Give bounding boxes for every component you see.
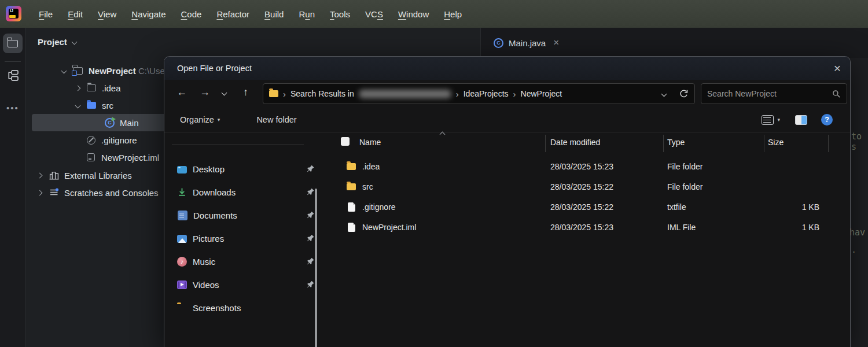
menu-code[interactable]: Code <box>174 9 209 19</box>
tab-close-icon[interactable]: × <box>553 37 559 49</box>
column-separator[interactable] <box>663 135 664 152</box>
column-header-size[interactable]: Size <box>768 138 784 147</box>
open-file-dialog: Open File or Project × ← → ↑ › Search Re… <box>164 56 851 347</box>
breadcrumb-newproject[interactable]: NewProject <box>521 89 562 98</box>
sidebar-item-videos[interactable]: Videos <box>177 273 315 296</box>
menu-run[interactable]: Run <box>291 9 322 19</box>
column-separator[interactable] <box>545 135 546 152</box>
chevron-right-icon[interactable] <box>37 190 43 195</box>
project-folder-icon <box>8 40 18 47</box>
help-button[interactable]: ? <box>821 114 833 125</box>
editor-tab-bar: C Main.java × <box>480 28 868 58</box>
column-separator[interactable] <box>764 135 764 152</box>
music-icon: ♪ <box>177 257 187 267</box>
pin-icon[interactable] <box>307 165 315 173</box>
file-type: txtfile <box>667 197 686 217</box>
chevron-right-icon[interactable] <box>75 85 81 91</box>
sidebar-item-documents[interactable]: Documents <box>177 204 315 227</box>
new-folder-button[interactable]: New folder <box>256 115 296 124</box>
menu-vcs[interactable]: VCS <box>358 9 391 19</box>
sidebar-label: Videos <box>193 280 219 290</box>
column-header-date[interactable]: Date modified <box>550 138 600 147</box>
column-header-name[interactable]: Name <box>359 138 381 147</box>
intellij-logo-icon[interactable]: IJ <box>6 6 21 21</box>
search-icon[interactable] <box>832 90 841 98</box>
sidebar-item-pictures[interactable]: Pictures <box>177 227 315 250</box>
menu-file[interactable]: File <box>31 9 60 19</box>
chevron-down-icon[interactable] <box>75 102 81 108</box>
project-panel-header[interactable]: Project <box>38 37 76 47</box>
tree-item-idea[interactable]: .idea <box>76 79 121 97</box>
file-name: NewProject.iml <box>362 217 416 237</box>
sidebar-item-desktop[interactable]: Desktop <box>177 157 315 180</box>
more-tool-windows-icon[interactable]: ••• <box>6 103 19 113</box>
pin-icon[interactable] <box>307 188 315 196</box>
tree-label: Scratches and Consoles <box>64 188 159 198</box>
organize-label: Organize <box>180 115 214 124</box>
libraries-icon <box>49 171 59 180</box>
sidebar-label: Music <box>193 257 215 267</box>
tree-label: Main <box>120 118 139 128</box>
menu-window[interactable]: Window <box>391 9 436 19</box>
tree-item-newproject[interactable]: NewProject C:\Users <box>62 62 172 79</box>
back-button[interactable]: ← <box>176 86 187 98</box>
menu-help[interactable]: Help <box>436 9 469 19</box>
menu-edit[interactable]: Edit <box>60 9 90 19</box>
column-separator[interactable] <box>828 135 829 152</box>
pin-icon[interactable] <box>307 280 315 289</box>
search-input[interactable] <box>707 89 820 98</box>
sidebar-item-screenshots[interactable]: Screenshots <box>177 296 315 319</box>
breadcrumb-search-results[interactable]: Search Results in <box>290 89 354 98</box>
breadcrumb-separator: › <box>456 89 459 99</box>
refresh-icon[interactable] <box>679 89 689 99</box>
tree-item-src[interactable]: src <box>76 97 113 114</box>
tool-window-project-button[interactable] <box>3 34 23 53</box>
chevron-right-icon[interactable] <box>37 172 43 178</box>
tab-main-java[interactable]: C Main.java × <box>488 28 565 58</box>
file-row-idea[interactable]: .idea 28/03/2025 15:23 File folder <box>332 156 841 176</box>
recent-locations-chevron-icon[interactable] <box>222 90 227 96</box>
tab-label: Main.java <box>509 38 546 48</box>
view-mode-button[interactable]: ▾ <box>762 115 780 125</box>
column-header-type[interactable]: Type <box>667 138 685 147</box>
tree-label: External Libraries <box>64 171 132 180</box>
file-row-gitignore[interactable]: .gitignore 28/03/2025 15:22 txtfile 1 KB <box>332 197 841 217</box>
explorer-toolbar: Organize ▾ New folder ▾ ? <box>164 108 850 132</box>
new-folder-label: New folder <box>256 115 296 124</box>
tree-item-iml[interactable]: NewProject.iml <box>87 149 159 166</box>
dialog-title-bar[interactable]: Open File or Project <box>164 57 850 80</box>
pin-icon[interactable] <box>307 234 315 242</box>
structure-icon[interactable] <box>7 69 19 82</box>
dialog-close-icon[interactable]: × <box>834 61 841 76</box>
tree-item-scratches[interactable]: Scratches and Consoles <box>38 184 159 201</box>
pin-icon[interactable] <box>307 211 315 219</box>
chevron-down-icon[interactable] <box>61 68 67 73</box>
sidebar-label: Pictures <box>193 234 224 243</box>
organize-button[interactable]: Organize ▾ <box>180 115 220 124</box>
forward-button[interactable]: → <box>200 86 210 98</box>
tree-item-external-libraries[interactable]: External Libraries <box>38 167 132 184</box>
select-all-checkbox[interactable] <box>341 137 350 146</box>
menu-refactor[interactable]: Refactor <box>209 9 257 19</box>
sidebar-scrollbar[interactable] <box>315 189 317 347</box>
breadcrumb-ideaprojects[interactable]: IdeaProjects <box>464 89 509 98</box>
chevron-down-icon <box>71 39 77 45</box>
file-size <box>743 176 819 197</box>
sidebar-item-downloads[interactable]: Downloads <box>177 180 315 204</box>
menu-navigate[interactable]: Navigate <box>124 9 173 19</box>
tree-item-gitignore[interactable]: .gitignore <box>87 131 137 149</box>
videos-icon <box>177 280 187 289</box>
preview-pane-button[interactable] <box>795 115 807 125</box>
file-row-src[interactable]: src 28/03/2025 15:22 File folder <box>332 176 841 197</box>
tree-label: NewProject.iml <box>101 153 159 163</box>
pin-icon[interactable] <box>307 257 315 265</box>
sidebar-item-music[interactable]: ♪ Music <box>177 250 315 273</box>
menu-build[interactable]: Build <box>257 9 291 19</box>
sidebar-separator <box>172 145 304 145</box>
address-dropdown-chevron-icon[interactable] <box>661 91 667 97</box>
menu-view[interactable]: View <box>90 9 124 19</box>
address-bar[interactable]: › Search Results in › IdeaProjects › New… <box>263 83 695 104</box>
menu-tools[interactable]: Tools <box>322 9 358 19</box>
file-row-newproject-iml[interactable]: NewProject.iml 28/03/2025 15:23 IML File… <box>332 217 841 237</box>
up-button[interactable]: ↑ <box>243 86 248 98</box>
